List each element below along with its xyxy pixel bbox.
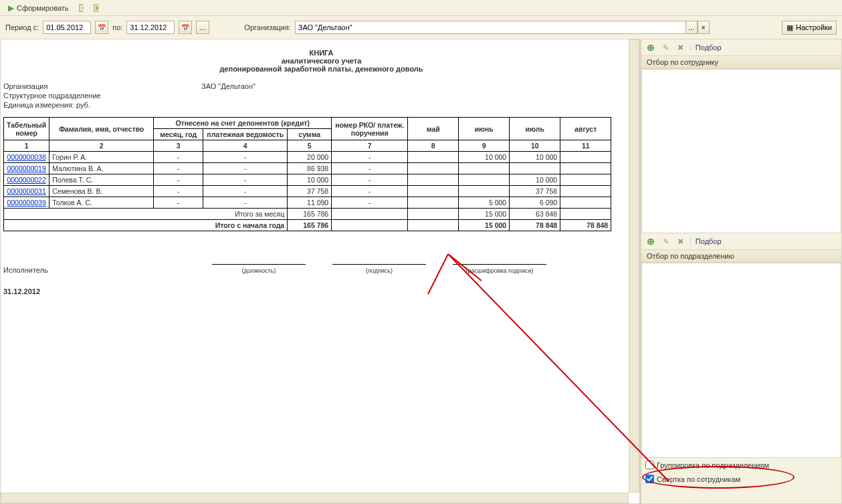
- cell-may: [408, 186, 459, 197]
- cell-vedomost: -: [203, 163, 288, 174]
- cell-summa: 20 000: [288, 152, 332, 163]
- cell-summa: 86 938: [288, 163, 332, 174]
- h-dept-label: Структурное подразделение: [3, 92, 201, 100]
- filter-dept-list[interactable]: [641, 263, 841, 458]
- cell-fio: Горин Р. А.: [49, 152, 154, 163]
- col-rko: номер РКО/ платеж. поручения: [332, 118, 408, 140]
- tot-month-may: [408, 209, 459, 220]
- pencil-icon: ✎: [663, 237, 669, 246]
- group-by-emp-label: Свертка по сотрудникам: [657, 475, 740, 483]
- col-tab: Табельный номер: [4, 118, 49, 140]
- delete-button-2[interactable]: ✖: [675, 236, 686, 247]
- tabnum-link[interactable]: 0000000019: [4, 163, 49, 174]
- cell-vedomost: -: [203, 174, 288, 186]
- cell-jul: 10 000: [510, 174, 560, 186]
- group-by-dept-label: Группировка по подразделениям: [657, 461, 769, 469]
- tabnum-link[interactable]: 0000000031: [4, 186, 49, 197]
- plus-icon: ⊕: [647, 42, 655, 53]
- report-title-2: аналитического учета: [3, 57, 639, 65]
- col-jul: июль: [510, 118, 560, 140]
- table-row: 0000000039Толков А. С.--11 090-5 0006 09…: [4, 197, 611, 209]
- generate-button[interactable]: ▶ Сформировать: [5, 2, 72, 14]
- cell-may: [408, 163, 459, 174]
- calendar-to-button[interactable]: 📅: [179, 21, 192, 34]
- col-summa: сумма: [288, 129, 332, 140]
- report-title-3: депонированной заработной платы, денежно…: [3, 65, 639, 73]
- tot-month-jun: 15 000: [459, 209, 510, 220]
- cell-month: -: [154, 197, 203, 209]
- settings-label: Настройки: [796, 23, 832, 31]
- col-num: 8: [408, 140, 459, 152]
- col-num: 10: [510, 140, 560, 152]
- scrollbar-horizontal[interactable]: [1, 493, 629, 503]
- cell-jul: [510, 163, 560, 174]
- col-num: 11: [560, 140, 611, 152]
- org-label: Организация:: [244, 23, 290, 31]
- col-vedomost: платежная ведомость: [203, 129, 288, 140]
- tot-month-s: 165 786: [288, 209, 332, 220]
- toolbar-icon-1[interactable]: [76, 3, 86, 13]
- period-from-input[interactable]: [43, 21, 91, 34]
- exec-label: Исполнитель: [3, 266, 45, 274]
- calendar-icon: 📅: [98, 24, 106, 31]
- tot-year-jun: 15 000: [459, 220, 510, 231]
- period-to-label: по:: [112, 23, 122, 31]
- edit-button-2[interactable]: ✎: [660, 236, 671, 247]
- calendar-from-button[interactable]: 📅: [95, 21, 108, 34]
- tot-month-aug: [560, 209, 611, 220]
- cell-fio: Малютина В. А.: [49, 163, 154, 174]
- toolbar: ▶ Сформировать: [0, 0, 842, 16]
- tot-year-jul: 78 848: [510, 220, 560, 231]
- toolbar-icon-2[interactable]: [90, 3, 101, 13]
- col-num: 5: [288, 140, 332, 152]
- add-button[interactable]: ⊕: [645, 42, 656, 53]
- podbor-link-1[interactable]: Подбор: [696, 43, 722, 51]
- podbor-link-2[interactable]: Подбор: [696, 237, 722, 245]
- svg-point-2: [96, 6, 98, 10]
- filter-dept-header: Отбор по подразделению: [641, 249, 841, 263]
- org-clear-button[interactable]: ×: [698, 21, 710, 34]
- period-to-input[interactable]: [126, 21, 175, 34]
- col-num: 9: [459, 140, 510, 152]
- group-by-emp-checkbox[interactable]: [645, 475, 654, 483]
- cell-may: [408, 174, 459, 186]
- cell-vedomost: -: [203, 152, 288, 163]
- col-num: 7: [332, 140, 408, 152]
- cell-jun: 10 000: [459, 152, 510, 163]
- cell-rko: -: [332, 163, 408, 174]
- cell-vedomost: -: [203, 186, 288, 197]
- delete-button[interactable]: ✖: [675, 42, 686, 53]
- cell-rko: -: [332, 186, 408, 197]
- org-dots-button[interactable]: …: [686, 21, 698, 34]
- cell-rko: -: [332, 152, 408, 163]
- tot-year-label: Итого с начала года: [4, 220, 288, 231]
- cell-rko: -: [332, 197, 408, 209]
- cell-vedomost: -: [203, 197, 288, 209]
- tabnum-link[interactable]: 0000000038: [4, 152, 49, 163]
- org-input[interactable]: [295, 21, 710, 34]
- cell-fio: Толков А. С.: [49, 197, 154, 209]
- cell-month: -: [154, 174, 203, 186]
- col-num: 1: [4, 140, 49, 152]
- group-by-dept-checkbox[interactable]: [645, 461, 654, 469]
- settings-button[interactable]: ▦ Настройки: [782, 21, 837, 35]
- report-pane: КНИГА аналитического учета депонированно…: [0, 39, 640, 504]
- tabnum-link[interactable]: 0000000039: [4, 197, 49, 209]
- cell-summa: 37 758: [288, 186, 332, 197]
- scrollbar-vertical[interactable]: [629, 39, 639, 493]
- cell-jun: [459, 186, 510, 197]
- col-month: месяц, год: [154, 129, 203, 140]
- col-credit: Отнесено на счет депонентов (кредит): [154, 118, 332, 129]
- cell-aug: [560, 186, 611, 197]
- col-may: май: [408, 118, 459, 140]
- edit-button[interactable]: ✎: [660, 42, 671, 53]
- filter-emp-list[interactable]: [641, 69, 841, 233]
- tot-year-aug: 78 848: [560, 220, 611, 231]
- table-row: 0000000022Полева Т. С.--10 000-10 000: [4, 174, 611, 186]
- period-dots-button[interactable]: …: [196, 21, 209, 34]
- table-row: 0000000038Горин Р. А.--20 000-10 00010 0…: [4, 152, 611, 163]
- h-unit-label: Единица измерения: руб.: [3, 101, 201, 109]
- tabnum-link[interactable]: 0000000022: [4, 174, 49, 186]
- add-button-2[interactable]: ⊕: [645, 236, 656, 247]
- cell-aug: [560, 197, 611, 209]
